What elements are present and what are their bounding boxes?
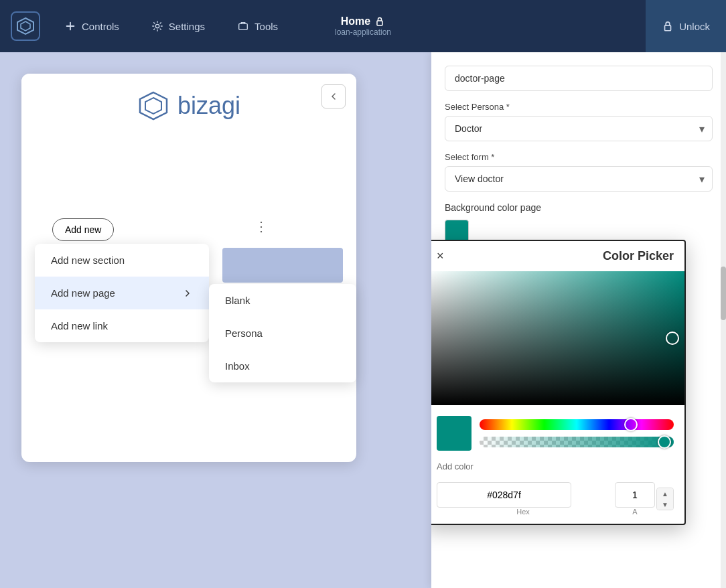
sub-persona-item[interactable]: Persona [209,317,356,350]
sub-dropdown: Blank Persona Inbox [209,284,356,382]
persona-select[interactable]: Doctor [445,116,713,141]
svg-point-2 [155,24,159,27]
top-nav: Controls Settings Tools Home loan-applic… [0,0,726,52]
nav-tools[interactable]: Tools [229,15,286,38]
color-picker-panel: × Color Picker [431,240,686,525]
blue-rect [222,248,343,283]
unlock-label: Unlock [679,21,710,32]
page-title: Home [335,15,391,27]
hex-row: Hex A ▲ ▼ [431,477,684,524]
page-subtitle: loan-application [335,27,391,37]
chevron-right-icon [182,288,193,299]
form-label: Select form * [445,152,713,162]
alpha-label: A [615,508,655,516]
opacity-increment[interactable]: ▲ [657,488,673,499]
add-link-item[interactable]: Add new link [35,309,209,342]
alpha-thumb[interactable] [658,435,671,449]
page-card-header: bizagi [21,74,356,138]
bizagi-logo: bizagi [137,90,240,122]
persona-select-wrapper: Doctor ▾ [445,116,713,141]
right-panel-inner: Select Persona * Doctor ▾ Select form * … [431,52,726,303]
svg-rect-5 [665,25,671,31]
gear-icon [151,20,163,32]
add-color-row: Add color [431,461,684,477]
color-picker-close-button[interactable]: × [437,249,444,263]
nav-center: Home loan-application [335,15,391,37]
page-name-input[interactable] [445,66,713,91]
svg-marker-6 [140,92,167,119]
persona-label: Select Persona * [445,102,713,112]
sub-inbox-item[interactable]: Inbox [209,350,356,382]
svg-rect-4 [377,21,382,25]
right-panel: Select Persona * Doctor ▾ Select form * … [431,52,726,588]
hex-label: Hex [437,508,609,516]
color-picker-header: × Color Picker [431,241,684,271]
color-gradient-area[interactable] [431,271,684,405]
svg-marker-0 [17,18,33,34]
color-picker-title: Color Picker [603,249,674,263]
nav-controls[interactable]: Controls [56,15,127,38]
add-section-item[interactable]: Add new section [35,244,209,277]
main-area: bizagi Add new ⋮ Add new section Add new… [0,52,726,588]
add-page-item[interactable]: Add new page [35,277,209,309]
svg-rect-3 [239,23,248,29]
hex-input-group: Hex [437,482,609,516]
unlock-button[interactable]: Unlock [646,0,726,52]
add-color-text: Add color [437,461,474,471]
more-options-button[interactable]: ⋮ [255,218,269,234]
svg-marker-1 [21,21,30,31]
opacity-input[interactable] [615,482,655,508]
add-new-button[interactable]: Add new [52,218,114,241]
settings-label: Settings [169,21,205,32]
bizagi-text: bizagi [177,92,240,120]
controls-label: Controls [82,21,119,32]
sub-blank-item[interactable]: Blank [209,284,356,317]
tools-label: Tools [255,21,278,32]
lock-icon [374,16,385,27]
color-preview-swatch [437,416,471,451]
alpha-slider[interactable] [480,437,674,447]
tools-icon [237,20,249,32]
hex-input[interactable] [437,482,571,508]
alpha-overlay [480,437,674,447]
logo [11,11,40,41]
hue-slider[interactable] [480,419,674,430]
dropdown-menu: Add new section Add new page Add new lin… [35,244,209,342]
collapse-icon [328,91,339,102]
sliders-column [480,419,674,447]
opacity-decrement[interactable]: ▼ [657,499,673,510]
nav-settings[interactable]: Settings [143,15,213,38]
svg-marker-7 [145,98,161,114]
color-controls [431,405,684,461]
lock-open-icon [662,20,674,32]
form-select[interactable]: View doctor [445,166,713,192]
hue-thumb[interactable] [624,418,638,431]
opacity-group: A ▲ ▼ [615,482,674,516]
gradient-selector[interactable] [666,332,679,345]
form-select-wrapper: View doctor ▾ [445,166,713,192]
scrollbar-thumb[interactable] [721,267,726,320]
collapse-button[interactable] [321,84,346,108]
bg-color-section: Background color page ℹ Pr Only lo × [445,202,713,285]
bizagi-logo-icon [137,90,169,122]
plus-icon [64,20,76,32]
opacity-stepper: ▲ ▼ [656,488,674,510]
bg-color-label: Background color page [445,202,713,213]
canvas-area: bizagi Add new ⋮ Add new section Add new… [0,52,431,588]
